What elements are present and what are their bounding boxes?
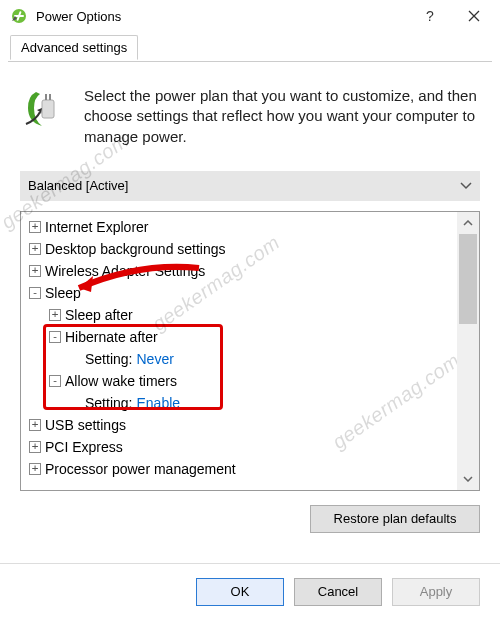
tree-node-internet-explorer[interactable]: + Internet Explorer xyxy=(23,216,457,238)
tree-node-usb-settings[interactable]: + USB settings xyxy=(23,414,457,436)
tree-node-sleep-after[interactable]: + Sleep after xyxy=(23,304,457,326)
minus-icon[interactable]: - xyxy=(49,331,61,343)
plus-icon[interactable]: + xyxy=(29,441,41,453)
settings-tree-container: + Internet Explorer + Desktop background… xyxy=(20,211,480,491)
scroll-thumb[interactable] xyxy=(459,234,477,324)
hibernate-setting-value[interactable]: Never xyxy=(136,348,173,370)
wake-setting-value[interactable]: Enable xyxy=(136,392,180,414)
dialog-footer: OK Cancel Apply xyxy=(0,564,500,606)
scroll-down-icon[interactable] xyxy=(457,468,479,490)
tab-strip: Advanced settings xyxy=(8,34,492,62)
plus-icon[interactable]: + xyxy=(29,221,41,233)
power-plan-icon xyxy=(20,86,68,134)
tree-node-pci-express[interactable]: + PCI Express xyxy=(23,436,457,458)
minus-icon[interactable]: - xyxy=(49,375,61,387)
power-plan-selected: Balanced [Active] xyxy=(28,178,128,193)
plus-icon[interactable]: + xyxy=(49,309,61,321)
tree-node-wireless-adapter[interactable]: + Wireless Adapter Settings xyxy=(23,260,457,282)
tree-scrollbar[interactable] xyxy=(457,212,479,490)
scroll-up-icon[interactable] xyxy=(457,212,479,234)
power-options-icon xyxy=(10,7,28,25)
intro-text: Select the power plan that you want to c… xyxy=(84,86,480,147)
plus-icon[interactable]: + xyxy=(29,243,41,255)
restore-plan-defaults-button[interactable]: Restore plan defaults xyxy=(310,505,480,533)
chevron-down-icon xyxy=(460,179,472,193)
tab-advanced-settings[interactable]: Advanced settings xyxy=(10,35,138,60)
tree-node-desktop-background[interactable]: + Desktop background settings xyxy=(23,238,457,260)
tree-node-hibernate-setting[interactable]: Setting: Never xyxy=(23,348,457,370)
window-title: Power Options xyxy=(36,9,408,24)
cancel-button[interactable]: Cancel xyxy=(294,578,382,606)
plus-icon[interactable]: + xyxy=(29,463,41,475)
svg-rect-5 xyxy=(49,94,51,100)
minus-icon[interactable]: - xyxy=(29,287,41,299)
intro-block: Select the power plan that you want to c… xyxy=(20,86,480,147)
svg-rect-4 xyxy=(45,94,47,100)
tree-node-hibernate-after[interactable]: - Hibernate after xyxy=(23,326,457,348)
svg-rect-3 xyxy=(42,100,54,118)
scroll-track[interactable] xyxy=(457,234,479,468)
help-button[interactable]: ? xyxy=(408,1,452,31)
tree-node-sleep[interactable]: - Sleep xyxy=(23,282,457,304)
close-button[interactable] xyxy=(452,1,496,31)
tree-node-wake-setting[interactable]: Setting: Enable xyxy=(23,392,457,414)
power-plan-dropdown[interactable]: Balanced [Active] xyxy=(20,171,480,201)
apply-button[interactable]: Apply xyxy=(392,578,480,606)
plus-icon[interactable]: + xyxy=(29,265,41,277)
ok-button[interactable]: OK xyxy=(196,578,284,606)
titlebar: Power Options ? xyxy=(0,0,500,32)
tree-node-processor-power-management[interactable]: + Processor power management xyxy=(23,458,457,480)
settings-tree[interactable]: + Internet Explorer + Desktop background… xyxy=(21,212,457,490)
tree-node-allow-wake-timers[interactable]: - Allow wake timers xyxy=(23,370,457,392)
plus-icon[interactable]: + xyxy=(29,419,41,431)
